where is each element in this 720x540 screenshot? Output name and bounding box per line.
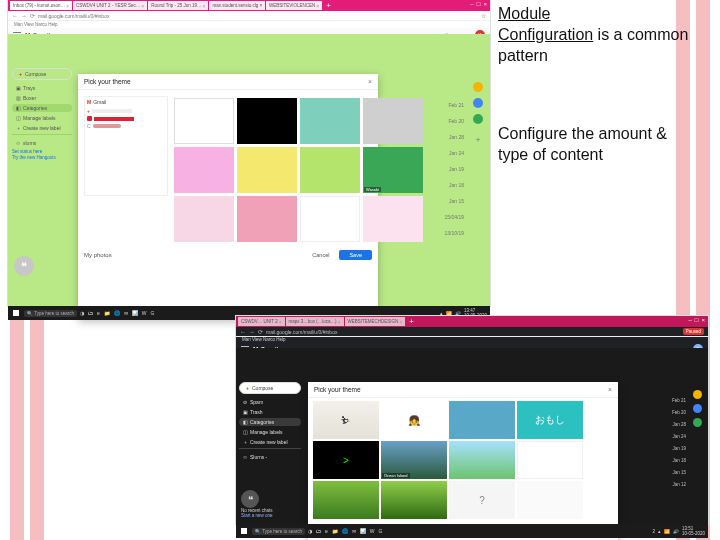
taskbar-search[interactable]: 🔍 Type here to search: [252, 528, 305, 535]
browser-tab[interactable]: WEBSITEMECHDESIGN×: [345, 317, 406, 326]
taskbar-app-icon[interactable]: 🌐: [114, 310, 120, 316]
back-icon[interactable]: ←: [240, 329, 246, 335]
taskbar-app-icon[interactable]: W: [142, 310, 147, 316]
url-field[interactable]: mail.google.com/mail/u/0/#inbox: [38, 13, 478, 19]
hangouts-icon[interactable]: ❝: [241, 490, 259, 508]
taskbar-app-icon[interactable]: 🗂: [88, 310, 93, 316]
theme-tile[interactable]: [174, 196, 234, 242]
close-window-icon[interactable]: ×: [701, 317, 705, 323]
theme-tile[interactable]: [517, 481, 583, 519]
theme-tile[interactable]: おもし: [517, 401, 583, 439]
browser-tab[interactable]: max.student.sensio.clg ×: [209, 1, 265, 10]
sidebar-item[interactable]: ▣Trash: [239, 408, 301, 416]
volume-icon[interactable]: 🔊: [455, 311, 461, 316]
my-photos-link[interactable]: My photos: [84, 252, 112, 258]
taskbar-app-icon[interactable]: W: [370, 528, 375, 534]
link[interactable]: Try the new Hangouts: [12, 155, 72, 160]
theme-tile[interactable]: [381, 481, 447, 519]
close-window-icon[interactable]: ×: [483, 1, 487, 7]
close-icon[interactable]: ×: [608, 386, 612, 393]
theme-tile[interactable]: [174, 147, 234, 193]
volume-icon[interactable]: 🔊: [673, 529, 679, 534]
theme-tile[interactable]: [363, 98, 423, 144]
theme-tile[interactable]: ?: [449, 481, 515, 519]
minimize-icon[interactable]: –: [689, 317, 692, 323]
close-icon[interactable]: ×: [338, 319, 341, 325]
taskbar-app-icon[interactable]: 🌐: [342, 528, 348, 534]
close-icon[interactable]: ×: [141, 3, 144, 9]
theme-tile[interactable]: [237, 196, 297, 242]
sidebar-item[interactable]: ☺Slurns -: [239, 453, 301, 461]
link[interactable]: Set status here: [12, 149, 72, 154]
browser-tab[interactable]: CSWDV… UNIT 2×: [238, 317, 285, 326]
reload-icon[interactable]: ⟳: [258, 328, 263, 335]
theme-tile[interactable]: [300, 98, 360, 144]
taskbar-app-icon[interactable]: e: [97, 310, 100, 316]
taskbar-app-icon[interactable]: ◑: [80, 310, 84, 316]
hangouts-icon[interactable]: ❝: [14, 256, 34, 276]
maximize-icon[interactable]: □: [695, 317, 699, 323]
taskbar-app-icon[interactable]: 🗂: [316, 528, 321, 534]
theme-tile[interactable]: 👧: [381, 401, 447, 439]
taskbar-app-icon[interactable]: 📊: [360, 528, 366, 534]
close-icon[interactable]: ×: [203, 3, 206, 9]
cancel-button[interactable]: Cancel: [306, 250, 335, 260]
url-field[interactable]: mail.google.com/mail/u/0/#inbox: [266, 329, 680, 335]
taskbar-app-icon[interactable]: G: [378, 528, 382, 534]
star-icon[interactable]: ☆: [481, 12, 486, 19]
wifi-icon[interactable]: 📶: [446, 311, 452, 316]
clock[interactable]: 13:5110-05-2020: [682, 526, 705, 536]
tasks-icon[interactable]: [693, 418, 702, 427]
sidebar-item[interactable]: ＋Create new label: [239, 438, 301, 446]
theme-tile[interactable]: [174, 98, 234, 144]
theme-tile[interactable]: [300, 147, 360, 193]
calendar-icon[interactable]: [693, 390, 702, 399]
sidebar-item[interactable]: ＋Create new label: [12, 124, 72, 132]
save-button[interactable]: Save: [339, 250, 372, 260]
tasks-icon[interactable]: [473, 114, 483, 124]
theme-tile[interactable]: Wasabi: [363, 147, 423, 193]
taskbar-app-icon[interactable]: 📁: [104, 310, 110, 316]
close-icon[interactable]: ×: [399, 319, 402, 325]
hangouts-link[interactable]: Start a new one: [241, 513, 299, 518]
new-tab-button[interactable]: +: [323, 1, 334, 10]
theme-tile[interactable]: [237, 98, 297, 144]
addons-icon[interactable]: ＋: [474, 134, 482, 145]
maximize-icon[interactable]: □: [477, 1, 481, 7]
sidebar-item[interactable]: ◧Categories: [239, 418, 301, 426]
sidebar-item[interactable]: ◫Manage labels: [239, 428, 301, 436]
back-icon[interactable]: ←: [12, 13, 18, 19]
close-icon[interactable]: ×: [66, 3, 69, 9]
tray-icon[interactable]: ▴: [658, 529, 661, 534]
forward-icon[interactable]: →: [249, 329, 255, 335]
wifi-icon[interactable]: 📶: [664, 529, 670, 534]
reload-icon[interactable]: ⟳: [30, 12, 35, 19]
sidebar-item[interactable]: ▣Trays: [12, 84, 72, 92]
taskbar-app-icon[interactable]: 📁: [332, 528, 338, 534]
browser-tab[interactable]: maps 3…box (…loca…)×: [286, 317, 344, 326]
taskbar-app-icon[interactable]: ✉: [352, 528, 356, 534]
paused-badge[interactable]: Paused: [683, 328, 704, 335]
browser-tab[interactable]: CSWDV4 UNIT 2 - YESR Sec…×: [73, 1, 147, 10]
theme-tile[interactable]: Ocean Island: [381, 441, 447, 479]
taskbar-search[interactable]: 🔍 Type here to search: [24, 310, 77, 317]
theme-tile[interactable]: [237, 147, 297, 193]
compose-button[interactable]: ＋ Compose: [239, 382, 301, 394]
browser-tab[interactable]: Round Trip - 25 Jun 19…×: [148, 1, 208, 10]
taskbar-app-icon[interactable]: e: [325, 528, 328, 534]
taskbar-app-icon[interactable]: ✉: [124, 310, 128, 316]
keep-icon[interactable]: [473, 98, 483, 108]
taskbar-app-icon[interactable]: ◑: [308, 528, 312, 534]
new-tab-button[interactable]: +: [406, 317, 417, 326]
start-button[interactable]: [239, 526, 249, 536]
taskbar-app-icon[interactable]: G: [150, 310, 154, 316]
theme-tile[interactable]: [363, 196, 423, 242]
close-icon[interactable]: ×: [279, 319, 282, 325]
theme-tile[interactable]: >: [313, 441, 379, 479]
close-icon[interactable]: ×: [368, 78, 372, 85]
calendar-icon[interactable]: [473, 82, 483, 92]
taskbar-app-icon[interactable]: 📊: [132, 310, 138, 316]
sidebar-item[interactable]: ▥Boxer: [12, 94, 72, 102]
compose-button[interactable]: ＋ Compose: [12, 68, 72, 80]
forward-icon[interactable]: →: [21, 13, 27, 19]
